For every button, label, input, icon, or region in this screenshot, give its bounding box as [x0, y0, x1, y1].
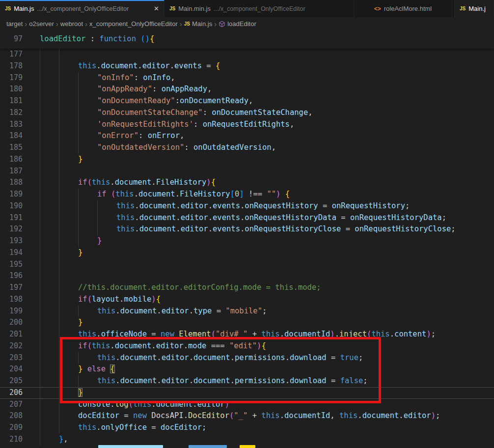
code-token: : [134, 73, 143, 82]
indent-guide [40, 60, 59, 72]
code-line[interactable]: 207console.log(this.document.editor) [0, 399, 494, 411]
sticky-scroll-line[interactable]: 97 loadEditor : function (){ [0, 30, 494, 49]
code-token: log [115, 400, 129, 409]
code-line[interactable]: 210}, [0, 434, 494, 446]
code-token: this [339, 411, 357, 420]
indent-guide [40, 422, 59, 434]
tab-main-min-js[interactable]: JS Main.min.js .../x_component_OnlyOffic… [165, 0, 354, 17]
code-line[interactable]: 201this.officeNode = new Element("div#_"… [0, 329, 494, 340]
code-line[interactable]: 190this.document.editor.events.onRequest… [0, 200, 494, 212]
code-token: , [170, 73, 175, 82]
indent-guide [59, 270, 78, 282]
chevron-right-icon: › [85, 20, 87, 28]
line-number: 182 [0, 107, 23, 119]
code-token: this [92, 178, 110, 187]
code-line[interactable]: 206} [0, 387, 494, 399]
code-line[interactable]: 194} [0, 247, 494, 259]
indent-guide [59, 329, 78, 340]
breadcrumb-item-webroot[interactable]: webroot [60, 20, 83, 28]
code-line[interactable]: 183'onRequestEditRights': onRequestEditR… [0, 119, 494, 131]
code-token: = [336, 213, 350, 222]
indent-guide [40, 247, 59, 259]
code-line[interactable]: 193} [0, 235, 494, 247]
code-token: { [216, 61, 220, 70]
line-number: 179 [0, 72, 23, 84]
code-line[interactable]: 186} [0, 154, 494, 166]
code-token [280, 190, 285, 198]
code-line[interactable]: 200} [0, 317, 494, 329]
code-line[interactable]: 185"onOutdatedVersion": onOutdatedVersio… [0, 142, 494, 154]
code-token: { [110, 364, 114, 373]
code-token: documentId [284, 330, 330, 338]
line-number: 186 [0, 154, 23, 166]
code-token: content [394, 330, 426, 338]
code-token: , [180, 131, 184, 140]
code-token: } [78, 248, 82, 257]
code-line[interactable]: 203this.document.editor.document.permiss… [0, 352, 494, 364]
indent-guide [40, 282, 59, 294]
line-number: 184 [0, 130, 23, 142]
code-token: ; [363, 376, 367, 385]
sticky-segments: loadEditor : function (){ [40, 33, 154, 45]
tab-main-js[interactable]: JS Main.js .../x_component_OnlyOfficeEdi… [0, 0, 165, 17]
breadcrumb-item-loadeditor[interactable]: loadEditor [219, 20, 256, 28]
code-token: editor [181, 201, 208, 210]
code-line[interactable]: 204} else { [0, 364, 494, 375]
breadcrumb-label: loadEditor [227, 20, 256, 28]
code-token: this [97, 307, 115, 315]
indent-guide [40, 375, 59, 387]
code-line[interactable]: 198if(layout.mobile){ [0, 294, 494, 306]
code-token: { [156, 295, 161, 304]
breadcrumb-item-component[interactable]: x_component_OnlyOfficeEditor [89, 20, 178, 28]
indent-guide [59, 364, 78, 375]
code-token: . [110, 400, 114, 409]
code-token: if [78, 295, 87, 304]
code-line[interactable]: 195 [0, 259, 494, 271]
code-line[interactable]: 177 [0, 49, 494, 60]
code-token: , [248, 96, 253, 105]
code-token: "onError" [97, 131, 138, 140]
breadcrumb-item-target[interactable]: target [6, 20, 23, 28]
code-line[interactable]: 199this.document.editor.type = "mobile"; [0, 306, 494, 317]
code-line[interactable]: 191this.document.editor.events.onRequest… [0, 212, 494, 224]
code-token: = [119, 411, 133, 420]
tab-roleaclmore-html[interactable]: <> Main.j roleAclMore.html [354, 0, 452, 17]
code-token: . [96, 330, 101, 338]
code-token: this [371, 330, 389, 338]
code-token: function [99, 34, 136, 43]
code-token: document [115, 341, 152, 350]
code-token: . [134, 190, 138, 198]
chevron-right-icon: › [214, 20, 217, 28]
breadcrumb-item-o2server[interactable]: o2server [29, 20, 54, 28]
code-token: { [285, 190, 290, 198]
tab-main-js-group2[interactable]: JS Main.j [455, 0, 494, 17]
code-line[interactable]: 178this.document.editor.events = { [0, 60, 494, 72]
code-line[interactable]: 184"onError": onError, [0, 130, 494, 142]
code-line[interactable]: 189if (this.document.FileHistory[0] !== … [0, 189, 494, 200]
code-token [147, 411, 151, 420]
breadcrumb-item-mainjs[interactable]: JS Main.js [184, 20, 212, 28]
line-number: 194 [0, 247, 23, 259]
code-token: officeNode [101, 330, 147, 338]
close-icon[interactable]: ✕ [149, 5, 159, 12]
code-line[interactable]: 197//this.document.editor.editorConfig.m… [0, 282, 494, 294]
code-line[interactable]: 209this.onlyOffice = docEditor; [0, 422, 494, 434]
indent-guide [78, 130, 97, 142]
code-line[interactable]: 188if(this.document.FileHistory){ [0, 177, 494, 189]
code-line[interactable]: 187 [0, 166, 494, 177]
code-token: document [139, 213, 176, 222]
code-line[interactable]: 192this.document.editor.events.onRequest… [0, 224, 494, 235]
code-line[interactable]: 202if(this.document.editor.mode === "edi… [0, 340, 494, 352]
code-line[interactable]: 180"onAppReady": onAppReady, [0, 84, 494, 95]
code-line[interactable]: 196 [0, 270, 494, 282]
code-token: onRequestHistory [332, 201, 405, 210]
code-token: document [139, 201, 176, 210]
code-line[interactable]: 181"onDocumentReady":onDocumentReady, [0, 95, 494, 107]
code-token: ) [151, 295, 156, 304]
line-number: 185 [0, 142, 23, 154]
code-line[interactable]: 208docEditor = new DocsAPI.DocEditor("_"… [0, 410, 494, 422]
code-line[interactable]: 182"onDocumentStateChange": onDocumentSt… [0, 107, 494, 119]
code-line[interactable]: 179"onInfo": onInfo, [0, 72, 494, 84]
code-token: //this.document.editor.editorConfig.mode… [78, 283, 321, 292]
code-line[interactable]: 205this.document.editor.document.permiss… [0, 375, 494, 387]
